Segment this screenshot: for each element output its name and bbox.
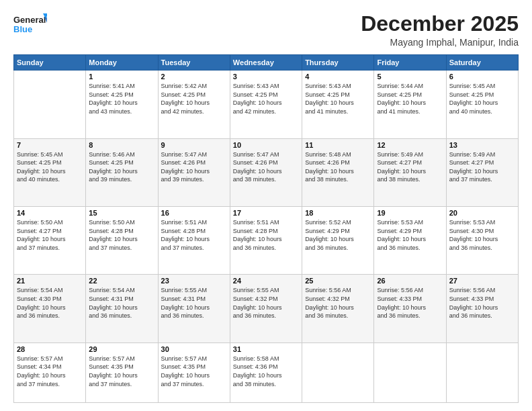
calendar-week-row: 21Sunrise: 5:54 AM Sunset: 4:30 PM Dayli… <box>14 275 519 342</box>
table-row: 2Sunrise: 5:42 AM Sunset: 4:25 PM Daylig… <box>158 71 230 138</box>
cell-info: Sunrise: 5:43 AM Sunset: 4:25 PM Dayligh… <box>233 82 299 116</box>
table-row: 21Sunrise: 5:54 AM Sunset: 4:30 PM Dayli… <box>14 275 86 342</box>
table-row: 3Sunrise: 5:43 AM Sunset: 4:25 PM Daylig… <box>230 71 302 138</box>
table-row: 13Sunrise: 5:49 AM Sunset: 4:27 PM Dayli… <box>446 138 518 206</box>
cell-info: Sunrise: 5:57 AM Sunset: 4:35 PM Dayligh… <box>161 355 227 388</box>
table-row: 22Sunrise: 5:54 AM Sunset: 4:31 PM Dayli… <box>86 275 158 342</box>
cell-info: Sunrise: 5:49 AM Sunset: 4:27 PM Dayligh… <box>377 150 443 184</box>
cell-date: 23 <box>161 277 227 285</box>
cell-date: 12 <box>377 141 443 149</box>
table-row: 25Sunrise: 5:56 AM Sunset: 4:32 PM Dayli… <box>302 275 374 342</box>
cell-info: Sunrise: 5:53 AM Sunset: 4:29 PM Dayligh… <box>377 218 443 252</box>
cell-date: 4 <box>305 73 371 81</box>
cell-date: 14 <box>17 209 83 217</box>
cell-date: 17 <box>233 209 299 217</box>
cell-date: 16 <box>161 209 227 217</box>
cell-info: Sunrise: 5:56 AM Sunset: 4:32 PM Dayligh… <box>305 286 371 320</box>
cell-date: 8 <box>89 141 154 149</box>
cell-info: Sunrise: 5:47 AM Sunset: 4:26 PM Dayligh… <box>161 150 227 184</box>
cell-date: 30 <box>161 345 227 353</box>
cell-date: 26 <box>377 277 443 285</box>
col-friday: Friday <box>374 55 446 71</box>
cell-date: 18 <box>305 209 371 217</box>
table-row: 1Sunrise: 5:41 AM Sunset: 4:25 PM Daylig… <box>86 71 158 138</box>
cell-date: 3 <box>233 73 299 81</box>
cell-info: Sunrise: 5:53 AM Sunset: 4:30 PM Dayligh… <box>449 218 515 252</box>
table-row: 24Sunrise: 5:55 AM Sunset: 4:32 PM Dayli… <box>230 275 302 342</box>
cell-info: Sunrise: 5:42 AM Sunset: 4:25 PM Dayligh… <box>161 82 227 116</box>
cell-info: Sunrise: 5:57 AM Sunset: 4:35 PM Dayligh… <box>89 355 154 388</box>
page-subtitle: Mayang Imphal, Manipur, India <box>361 37 519 48</box>
calendar-week-row: 7Sunrise: 5:45 AM Sunset: 4:25 PM Daylig… <box>14 138 519 206</box>
col-saturday: Saturday <box>446 55 518 71</box>
page: General Blue December 2025 Mayang Imphal… <box>0 0 532 411</box>
cell-date: 21 <box>17 277 83 285</box>
logo: General Blue <box>13 12 47 38</box>
table-row: 12Sunrise: 5:49 AM Sunset: 4:27 PM Dayli… <box>374 138 446 206</box>
table-row: 29Sunrise: 5:57 AM Sunset: 4:35 PM Dayli… <box>86 342 158 402</box>
cell-date: 6 <box>449 73 515 81</box>
cell-date: 27 <box>449 277 515 285</box>
table-row: 26Sunrise: 5:56 AM Sunset: 4:33 PM Dayli… <box>374 275 446 342</box>
cell-date: 9 <box>161 141 227 149</box>
table-row: 30Sunrise: 5:57 AM Sunset: 4:35 PM Dayli… <box>158 342 230 402</box>
col-tuesday: Tuesday <box>158 55 230 71</box>
table-row: 28Sunrise: 5:57 AM Sunset: 4:34 PM Dayli… <box>14 342 86 402</box>
calendar-week-row: 28Sunrise: 5:57 AM Sunset: 4:34 PM Dayli… <box>14 342 519 402</box>
cell-info: Sunrise: 5:54 AM Sunset: 4:31 PM Dayligh… <box>89 286 154 320</box>
cell-info: Sunrise: 5:49 AM Sunset: 4:27 PM Dayligh… <box>449 150 515 184</box>
table-row: 17Sunrise: 5:51 AM Sunset: 4:28 PM Dayli… <box>230 207 302 275</box>
table-row: 11Sunrise: 5:48 AM Sunset: 4:26 PM Dayli… <box>302 138 374 206</box>
cell-date: 5 <box>377 73 443 81</box>
cell-info: Sunrise: 5:48 AM Sunset: 4:26 PM Dayligh… <box>305 150 371 184</box>
cell-date: 24 <box>233 277 299 285</box>
table-row: 14Sunrise: 5:50 AM Sunset: 4:27 PM Dayli… <box>14 207 86 275</box>
cell-info: Sunrise: 5:43 AM Sunset: 4:25 PM Dayligh… <box>305 82 371 116</box>
title-block: December 2025 Mayang Imphal, Manipur, In… <box>361 12 519 48</box>
table-row <box>446 342 518 402</box>
calendar-week-row: 14Sunrise: 5:50 AM Sunset: 4:27 PM Dayli… <box>14 207 519 275</box>
cell-info: Sunrise: 5:44 AM Sunset: 4:25 PM Dayligh… <box>377 82 443 116</box>
svg-text:Blue: Blue <box>13 24 32 34</box>
cell-info: Sunrise: 5:52 AM Sunset: 4:29 PM Dayligh… <box>305 218 371 252</box>
table-row: 6Sunrise: 5:45 AM Sunset: 4:25 PM Daylig… <box>446 71 518 138</box>
table-row: 15Sunrise: 5:50 AM Sunset: 4:28 PM Dayli… <box>86 207 158 275</box>
cell-date: 1 <box>89 73 154 81</box>
table-row: 7Sunrise: 5:45 AM Sunset: 4:25 PM Daylig… <box>14 138 86 206</box>
cell-date: 11 <box>305 141 371 149</box>
table-row <box>302 342 374 402</box>
header: General Blue December 2025 Mayang Imphal… <box>13 12 519 48</box>
cell-info: Sunrise: 5:45 AM Sunset: 4:25 PM Dayligh… <box>449 82 515 116</box>
cell-info: Sunrise: 5:45 AM Sunset: 4:25 PM Dayligh… <box>17 150 83 184</box>
cell-info: Sunrise: 5:58 AM Sunset: 4:36 PM Dayligh… <box>233 355 299 388</box>
cell-date: 28 <box>17 345 83 353</box>
calendar-table: Sunday Monday Tuesday Wednesday Thursday… <box>13 54 519 403</box>
cell-info: Sunrise: 5:54 AM Sunset: 4:30 PM Dayligh… <box>17 286 83 320</box>
col-thursday: Thursday <box>302 55 374 71</box>
table-row: 18Sunrise: 5:52 AM Sunset: 4:29 PM Dayli… <box>302 207 374 275</box>
table-row: 27Sunrise: 5:56 AM Sunset: 4:33 PM Dayli… <box>446 275 518 342</box>
table-row: 8Sunrise: 5:46 AM Sunset: 4:25 PM Daylig… <box>86 138 158 206</box>
cell-date: 29 <box>89 345 154 353</box>
logo-svg: General Blue <box>13 12 47 38</box>
cell-info: Sunrise: 5:51 AM Sunset: 4:28 PM Dayligh… <box>161 218 227 252</box>
table-row <box>374 342 446 402</box>
cell-info: Sunrise: 5:46 AM Sunset: 4:25 PM Dayligh… <box>89 150 154 184</box>
cell-info: Sunrise: 5:47 AM Sunset: 4:26 PM Dayligh… <box>233 150 299 184</box>
page-title: December 2025 <box>361 12 519 36</box>
cell-date: 19 <box>377 209 443 217</box>
cell-info: Sunrise: 5:51 AM Sunset: 4:28 PM Dayligh… <box>233 218 299 252</box>
cell-date: 7 <box>17 141 83 149</box>
table-row: 23Sunrise: 5:55 AM Sunset: 4:31 PM Dayli… <box>158 275 230 342</box>
cell-date: 20 <box>449 209 515 217</box>
table-row: 10Sunrise: 5:47 AM Sunset: 4:26 PM Dayli… <box>230 138 302 206</box>
cell-info: Sunrise: 5:55 AM Sunset: 4:32 PM Dayligh… <box>233 286 299 320</box>
cell-date: 13 <box>449 141 515 149</box>
cell-date: 2 <box>161 73 227 81</box>
cell-date: 31 <box>233 345 299 353</box>
col-monday: Monday <box>86 55 158 71</box>
cell-info: Sunrise: 5:41 AM Sunset: 4:25 PM Dayligh… <box>89 82 154 116</box>
cell-info: Sunrise: 5:50 AM Sunset: 4:28 PM Dayligh… <box>89 218 154 252</box>
table-row: 20Sunrise: 5:53 AM Sunset: 4:30 PM Dayli… <box>446 207 518 275</box>
col-wednesday: Wednesday <box>230 55 302 71</box>
